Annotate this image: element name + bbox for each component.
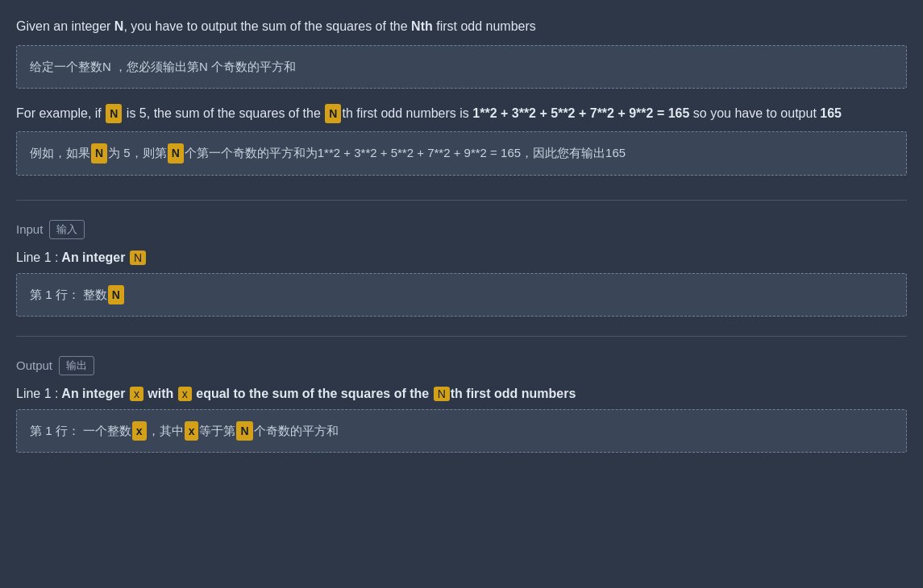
x-badge-zh2: x [185, 421, 199, 441]
output-line1-bold: Line 1 : [16, 387, 58, 400]
input-line1-bold: Line 1 : [16, 251, 58, 264]
example-section: For example, if N is 5, the sum of the s… [16, 103, 907, 176]
n-badge-input: N [130, 251, 146, 265]
n-badge-example: N [106, 104, 122, 123]
output-zh-mid: ，其中 [148, 424, 184, 437]
x-badge-zh1: x [132, 421, 147, 441]
example-zh-box: 例如，如果N为 5，则第N个第一个奇数的平方和为1**2 + 3**2 + 5*… [16, 131, 907, 175]
output-zh-end: 个奇数的平方和 [254, 424, 339, 437]
input-title-en: Input [16, 222, 43, 236]
input-title-zh: 输入 [49, 220, 85, 239]
output-section: Output 输出 Line 1 : An integer x with x e… [16, 356, 907, 453]
example-en: For example, if N is 5, the sum of the s… [16, 103, 907, 124]
example-formula: 1**2 + 3**2 + 5**2 + 7**2 + 9**2 = 165 [472, 106, 689, 120]
input-section: Input 输入 Line 1 : An integer N 第 1 行： 整数… [16, 220, 907, 317]
problem-description-section: Given an integer N, you have to output t… [16, 16, 907, 89]
divider-2 [16, 336, 907, 337]
input-zh-prefix: 第 1 行： 整数 [30, 288, 107, 301]
n-badge-zh2: N [168, 143, 184, 163]
output-line1-bold-text: equal to the sum of the squares of the [196, 387, 429, 400]
example-zh-part3: 个第一个奇数的平方和为1**2 + 3**2 + 5**2 + 7**2 + 9… [185, 146, 626, 159]
output-zh-tail: 等于第 [199, 424, 235, 437]
n-badge-input-zh: N [108, 285, 124, 304]
example-zh-part1: 例如，如果 [30, 146, 90, 159]
description-en: Given an integer N, you have to output t… [16, 16, 907, 37]
x-badge-output2: x [178, 387, 192, 401]
output-zh-prefix: 第 1 行： 一个整数 [30, 424, 131, 437]
input-line1-label: Line 1 : An integer N [16, 251, 907, 265]
nth-badge-example: N [325, 104, 341, 123]
n-badge-output: N [434, 387, 450, 401]
example-zh-part2: 为 5，则第 [108, 146, 167, 159]
output-title-en: Output [16, 358, 52, 372]
input-header: Input 输入 [16, 220, 907, 239]
description-zh-box: 给定一个整数N ，您必须输出第N 个奇数的平方和 [16, 45, 907, 89]
x-badge-output1: x [130, 387, 143, 401]
output-line1-tail: th first odd numbers [451, 387, 576, 400]
description-zh-text: 给定一个整数N ，您必须输出第N 个奇数的平方和 [30, 60, 296, 73]
divider-1 [16, 200, 907, 201]
nth-bold: Nth [411, 19, 433, 33]
example-output: 165 [820, 106, 842, 120]
output-header: Output 输出 [16, 356, 907, 375]
output-title-zh: 输出 [59, 356, 94, 375]
n-bold: N [114, 19, 124, 33]
input-line1-zh-box: 第 1 行： 整数N [16, 273, 907, 317]
n-badge-output-zh: N [236, 421, 252, 441]
output-line1-zh-box: 第 1 行： 一个整数x，其中x等于第N个奇数的平方和 [16, 409, 907, 453]
output-line1-label: Line 1 : An integer x with x equal to th… [16, 387, 907, 401]
n-badge-zh1: N [91, 143, 107, 163]
